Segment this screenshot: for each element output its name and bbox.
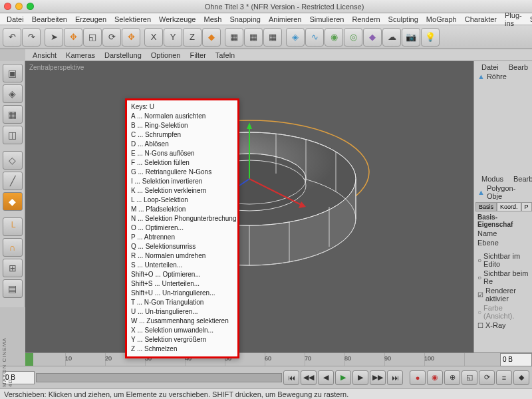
popup-item[interactable]: Shift+O ... Optimieren... xyxy=(131,270,233,279)
menu-charakter[interactable]: Charakter xyxy=(461,15,501,23)
generator-button[interactable]: ◉ xyxy=(325,28,343,47)
light-button[interactable]: 💡 xyxy=(421,28,440,47)
popup-item[interactable]: A ... Normalen ausrichten xyxy=(131,112,233,121)
om-menu-bearb[interactable]: Bearb xyxy=(505,63,532,71)
popup-item[interactable]: S ... Unterteilen... xyxy=(131,261,233,270)
popup-item[interactable]: R ... Normalen umdrehen xyxy=(131,251,233,261)
view-darstellung[interactable]: Darstellung xyxy=(100,51,146,59)
popup-item[interactable]: D ... Ablösen xyxy=(131,140,233,149)
am-menu-modus[interactable]: Modus xyxy=(477,175,507,183)
autokey-button[interactable]: ◉ xyxy=(427,370,443,385)
timeline-end-field[interactable]: 0 B xyxy=(500,353,532,366)
axis-y-button[interactable]: Y xyxy=(164,28,182,47)
menu-animieren[interactable]: Animieren xyxy=(265,15,306,23)
view-tafeln[interactable]: Tafeln xyxy=(211,51,239,59)
axis-z-button[interactable]: Z xyxy=(183,28,201,47)
timeline-ticks[interactable]: 0 10 20 30 40 50 60 70 80 90 100 xyxy=(25,353,500,366)
workplane-mode-button[interactable]: ◫ xyxy=(3,126,23,144)
playhead-icon[interactable] xyxy=(25,353,33,366)
view-kameras[interactable]: Kameras xyxy=(61,51,100,59)
key-param-button[interactable]: ≡ xyxy=(496,370,512,385)
camera-button[interactable]: 📷 xyxy=(402,28,420,47)
key-scale-button[interactable]: ◱ xyxy=(462,370,477,385)
menu-datei[interactable]: Datei xyxy=(3,15,28,23)
next-frame-button[interactable]: ▶ xyxy=(352,370,368,385)
lock-button[interactable]: ▤ xyxy=(3,279,23,298)
popup-item[interactable]: C ... Schrumpfen xyxy=(131,130,233,140)
popup-item[interactable]: Shift+S ... Unterteilen... xyxy=(131,279,233,289)
prev-key-button[interactable]: ◀◀ xyxy=(301,370,317,385)
rotate-tool[interactable]: ⟳ xyxy=(102,28,121,47)
last-tool[interactable]: ✥ xyxy=(122,28,140,47)
deformer-button[interactable]: ◆ xyxy=(363,28,382,47)
menu-sculpting[interactable]: Sculpting xyxy=(384,15,422,23)
shortcut-popup[interactable]: Keys: U A ... Normalen ausrichtenB ... R… xyxy=(125,98,239,358)
menu-snapping[interactable]: Snapping xyxy=(225,15,265,23)
timeline-ruler[interactable]: 0 10 20 30 40 50 60 70 80 90 100 0 B xyxy=(25,352,532,366)
polygon-mode-button[interactable]: ◆ xyxy=(3,192,23,211)
popup-item[interactable]: G ... Retrianguliere N-Gons xyxy=(131,168,233,177)
model-mode-button[interactable]: ◈ xyxy=(3,84,23,103)
axis-tool-button[interactable]: └ xyxy=(3,217,23,236)
menu-mesh[interactable]: Mesh xyxy=(200,15,225,23)
am-menu-bearb[interactable]: Bearb xyxy=(509,175,532,183)
popup-item[interactable]: Y ... Selektion vergrößern xyxy=(131,335,233,344)
redo-button[interactable]: ↷ xyxy=(22,28,41,47)
render-picture-button[interactable]: ▦ xyxy=(244,28,263,47)
key-pla-button[interactable]: ◆ xyxy=(513,370,529,385)
axis-x-button[interactable]: X xyxy=(144,28,163,47)
om-menu-datei[interactable]: Datei xyxy=(477,63,503,71)
popup-item[interactable]: Shift+U ... Un-triangulieren... xyxy=(131,289,233,298)
attr-renderer-active[interactable]: ☑ Renderer aktivier xyxy=(475,286,531,303)
minimize-icon[interactable] xyxy=(15,3,23,10)
undo-button[interactable]: ↶ xyxy=(3,28,21,47)
tab-basis[interactable]: Basis xyxy=(475,202,497,211)
menu-simulieren[interactable]: Simulieren xyxy=(305,15,348,23)
menu-rendern[interactable]: Rendern xyxy=(348,15,384,23)
goto-start-button[interactable]: ⏮ xyxy=(283,370,299,385)
texture-mode-button[interactable]: ▦ xyxy=(3,105,23,124)
environment-button[interactable]: ☁ xyxy=(382,28,401,47)
popup-item[interactable]: T ... N-Gon Triangulation xyxy=(131,298,233,307)
generator2-button[interactable]: ◎ xyxy=(344,28,362,47)
play-button[interactable]: ▶ xyxy=(335,370,351,385)
attr-vis-editor[interactable]: ○ Sichtbar im Edito xyxy=(475,251,531,269)
make-editable-button[interactable]: ▣ xyxy=(3,64,23,82)
spline-primitive-button[interactable]: ∿ xyxy=(305,28,324,47)
popup-item[interactable]: B ... Ring-Selektion xyxy=(131,121,233,130)
range-slider[interactable] xyxy=(36,373,282,382)
next-key-button[interactable]: ▶▶ xyxy=(370,370,386,385)
popup-item[interactable]: I ... Selektion invertieren xyxy=(131,177,233,186)
popup-item[interactable]: Q ... Selektionsumriss xyxy=(131,242,233,251)
popup-item[interactable]: O ... Optimieren... xyxy=(131,223,233,233)
popup-item[interactable]: W ... Zusammenhang selektieren xyxy=(131,317,233,326)
attr-xray[interactable]: ☐ X-Ray xyxy=(475,321,531,330)
popup-item[interactable]: P ... Abtrennen xyxy=(131,233,233,242)
quantize-button[interactable]: ⊞ xyxy=(3,259,23,277)
popup-item[interactable]: L ... Loop-Selektion xyxy=(131,196,233,205)
menu-mograph[interactable]: MoGraph xyxy=(422,15,461,23)
snap-button[interactable]: ∩ xyxy=(3,238,23,257)
menu-plugins[interactable]: Plug-ins xyxy=(501,11,526,27)
key-pos-button[interactable]: ⊕ xyxy=(444,370,460,385)
popup-item[interactable]: N ... Selektion Phongunterbrechung xyxy=(131,214,233,223)
popup-item[interactable]: Z ... Schmelzen xyxy=(131,344,233,354)
attr-color[interactable]: ○ Farbe (Ansicht). xyxy=(475,303,531,321)
render-view-button[interactable]: ▦ xyxy=(225,28,243,47)
coord-system-button[interactable]: ◆ xyxy=(202,28,221,47)
menu-skript[interactable]: Skript xyxy=(526,15,532,23)
move-tool[interactable]: ✥ xyxy=(64,28,82,47)
menu-bearbeiten[interactable]: Bearbeiten xyxy=(28,15,71,23)
popup-item[interactable]: U ... Un-triangulieren... xyxy=(131,307,233,317)
zoom-icon[interactable] xyxy=(27,3,34,10)
render-settings-button[interactable]: ▦ xyxy=(263,28,282,47)
tab-koord[interactable]: Koord. xyxy=(497,202,521,211)
object-tree-item[interactable]: ▲ Röhre xyxy=(475,72,531,81)
cube-primitive-button[interactable]: ◈ xyxy=(286,28,305,47)
menu-werkzeuge[interactable]: Werkzeuge xyxy=(155,15,200,23)
view-optionen[interactable]: Optionen xyxy=(146,51,186,59)
menu-selektieren[interactable]: Selektieren xyxy=(110,15,155,23)
prev-frame-button[interactable]: ◀ xyxy=(318,370,334,385)
popup-item[interactable]: F ... Selektion füllen xyxy=(131,158,233,168)
close-icon[interactable] xyxy=(4,3,11,10)
